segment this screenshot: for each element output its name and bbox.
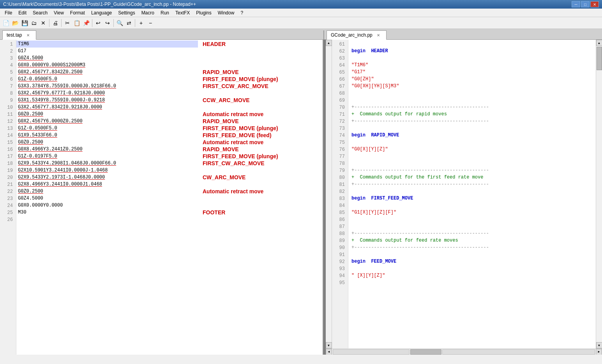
right-scroll-up-arrow[interactable]: ▲ xyxy=(596,40,602,46)
code-line-22[interactable]: G0Z0.2500 xyxy=(16,188,198,195)
code-line-6[interactable]: G1Z-0.0500F5.0 xyxy=(16,76,198,83)
paste-button[interactable]: 📌 xyxy=(82,19,90,27)
scroll-down-arrow[interactable]: ▼ xyxy=(326,342,332,348)
code-line-23[interactable]: G0Z4.5000 xyxy=(16,195,198,202)
right-code-line-82[interactable] xyxy=(351,188,593,195)
right-code-line-78[interactable] xyxy=(351,160,593,167)
cut-button[interactable]: ✂ xyxy=(63,19,72,27)
menu-run[interactable]: Run xyxy=(157,9,172,16)
code-line-25[interactable]: M30 xyxy=(16,209,198,216)
code-line-17[interactable]: G1Z-0.0197F5.0 xyxy=(16,153,198,160)
right-code-line-62[interactable]: begin HEADER xyxy=(351,48,593,55)
menu-view[interactable]: View xyxy=(51,9,67,16)
code-line-5[interactable]: G0X2.4567Y7.8342Z0.2500 xyxy=(16,69,198,76)
right-v-scrollbar[interactable]: ▲ ▼ xyxy=(596,40,602,348)
code-line-12[interactable]: G0X2.4567Y6.0000Z0.2500 xyxy=(16,118,198,125)
zoom-in-button[interactable]: + xyxy=(137,19,145,27)
right-code-line-75[interactable] xyxy=(351,139,593,146)
close-button[interactable]: ✕ xyxy=(590,1,599,7)
right-code-line-80[interactable]: + Commands output for the first feed rat… xyxy=(351,174,593,181)
right-code-line-63[interactable] xyxy=(351,55,593,62)
menu-window[interactable]: Window xyxy=(215,9,238,16)
replace-button[interactable]: ⇄ xyxy=(125,19,133,27)
right-code-line-66[interactable]: "G0[ZH]" xyxy=(351,76,593,83)
code-line-13[interactable]: G1Z-0.0500F5.0 xyxy=(16,125,198,132)
zoom-out-button[interactable]: − xyxy=(146,19,155,27)
menu-format[interactable]: Format xyxy=(67,9,88,16)
right-code-line-79[interactable]: +---------------------------------------… xyxy=(351,167,593,174)
right-scroll-thumb[interactable] xyxy=(597,47,602,70)
code-line-14[interactable]: G1X9.5433F66.0 xyxy=(16,132,198,139)
menu-edit[interactable]: Edit xyxy=(15,9,30,16)
right-code-line-73[interactable] xyxy=(351,125,593,132)
new-button[interactable]: 📄 xyxy=(2,19,10,27)
code-line-24[interactable]: G0X0.0000Y0.0000 xyxy=(16,202,198,209)
menu-settings[interactable]: Settings xyxy=(115,9,138,16)
code-line-18[interactable]: G2X9.5433Y4.2908I1.0468J0.0000F66.0 xyxy=(16,160,198,167)
right-code-line-61[interactable] xyxy=(351,41,593,48)
right-code-line-81[interactable]: +---------------------------------------… xyxy=(351,181,593,188)
code-line-3[interactable]: G0Z4.5000 xyxy=(16,55,198,62)
code-line-2[interactable]: G17 xyxy=(16,48,198,55)
save-button[interactable]: 💾 xyxy=(20,19,29,27)
right-code-line-83[interactable]: begin FIRST_FEED_MOVE xyxy=(351,195,593,202)
print-button[interactable]: 🖨 xyxy=(51,19,60,27)
code-line-7[interactable]: G3X3.3784Y8.7559I0.0000J0.9218F66.0 xyxy=(16,83,198,90)
code-line-11[interactable]: G0Z0.2500 xyxy=(16,111,198,118)
menu-plugins[interactable]: Plugins xyxy=(193,9,214,16)
code-line-4[interactable]: G0X0.0000Y0.0000S12000M3 xyxy=(16,62,198,69)
tab-close-right-icon[interactable]: ✕ xyxy=(377,33,380,37)
right-code-line-76[interactable]: "G0[X][Y][Z]" xyxy=(351,146,593,153)
h-scroll-right-arrow[interactable]: ► xyxy=(596,349,602,355)
right-code-line-93[interactable] xyxy=(351,265,593,272)
code-line-1[interactable]: T1M6 xyxy=(16,41,198,48)
right-code-line-92[interactable]: begin FEED_MOVE xyxy=(351,258,593,265)
right-code-line-91[interactable] xyxy=(351,251,593,258)
h-scroll-left-arrow[interactable]: ◄ xyxy=(326,349,332,355)
menu-help[interactable]: ? xyxy=(237,9,246,16)
redo-button[interactable]: ↪ xyxy=(103,19,112,27)
undo-button[interactable]: ↩ xyxy=(94,19,102,27)
tab-close-icon[interactable]: ✕ xyxy=(26,33,30,37)
close-button-tb[interactable]: ✕ xyxy=(39,19,48,27)
right-scroll-down-arrow[interactable]: ▼ xyxy=(596,342,602,348)
right-code-line-95[interactable] xyxy=(351,279,593,286)
menu-language[interactable]: Language xyxy=(88,9,115,16)
save-all-button[interactable]: 🗂 xyxy=(30,19,38,27)
right-code-line-94[interactable]: " [X][Y][Z]" xyxy=(351,272,593,279)
code-line-10[interactable]: G3X2.4567Y7.8342I0.9218J0.0000 xyxy=(16,104,198,111)
code-line-21[interactable]: G2X8.4966Y3.2441I0.0000J1.0468 xyxy=(16,181,198,188)
right-code-line-68[interactable] xyxy=(351,90,593,97)
code-line-26[interactable] xyxy=(16,216,198,223)
right-code-line-70[interactable]: +---------------------------------------… xyxy=(351,104,593,111)
right-code-line-77[interactable] xyxy=(351,153,593,160)
code-line-16[interactable]: G0X8.4966Y3.2441Z0.2500 xyxy=(16,146,198,153)
right-code-line-64[interactable]: "T1M6" xyxy=(351,62,593,69)
code-line-9[interactable]: G3X1.5349Y8.7559I0.0000J-0.9218 xyxy=(16,97,198,104)
right-code-line-84[interactable] xyxy=(351,202,593,209)
left-code-area[interactable]: T1M6 G17 G0Z4.5000 G0X0.0000Y0.0000S1200… xyxy=(16,40,198,355)
menu-textfx[interactable]: TextFX xyxy=(172,9,193,16)
right-code-line-72[interactable]: +---------------------------------------… xyxy=(351,118,593,125)
right-code-line-88[interactable]: +---------------------------------------… xyxy=(351,230,593,237)
right-code-line-71[interactable]: + Commands output for rapid moves xyxy=(351,111,593,118)
code-line-15[interactable]: G0Z0.2500 xyxy=(16,139,198,146)
right-code-line-87[interactable] xyxy=(351,223,593,230)
right-code-line-89[interactable]: + Commands output for feed rate moves xyxy=(351,237,593,244)
right-code-line-90[interactable]: +---------------------------------------… xyxy=(351,244,593,251)
open-button[interactable]: 📂 xyxy=(11,19,19,27)
menu-file[interactable]: File xyxy=(2,9,15,16)
right-code-line-69[interactable] xyxy=(351,97,593,104)
right-code-area[interactable]: begin HEADER "T1M6" "G17" "G0[ZH]" "G0[X… xyxy=(348,40,596,348)
right-v-scrollbar-left[interactable]: ▲ ▼ xyxy=(326,40,332,348)
tab-gcode[interactable]: GCode_arc_inch.pp ✕ xyxy=(327,30,387,40)
right-code-line-86[interactable] xyxy=(351,216,593,223)
right-code-line-74[interactable]: begin RAPID_MOVE xyxy=(351,132,593,139)
minimize-button[interactable]: ─ xyxy=(572,1,580,7)
menu-macro[interactable]: Macro xyxy=(138,9,157,16)
right-code-line-65[interactable]: "G17" xyxy=(351,69,593,76)
code-line-8[interactable]: G3X2.4567Y9.6777I-0.9218J0.0000 xyxy=(16,90,198,97)
code-line-20[interactable]: G2X9.5433Y2.1973I-1.0468J0.0000 xyxy=(16,174,198,181)
menu-search[interactable]: Search xyxy=(30,9,51,16)
right-code-line-85[interactable]: "G1[X][Y][Z][F]" xyxy=(351,209,593,216)
